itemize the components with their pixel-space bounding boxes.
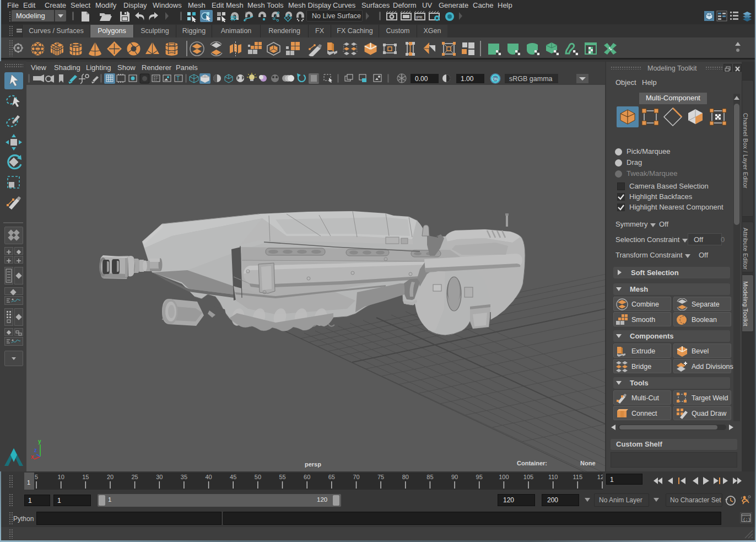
svg-text:0.00: 0.00: [415, 75, 428, 83]
svg-text:10: 10: [58, 474, 64, 480]
svg-text:{;}: {;}: [743, 517, 750, 522]
svg-text:Container:: Container:: [517, 460, 547, 466]
svg-text:95: 95: [476, 474, 483, 480]
svg-text:20: 20: [107, 474, 114, 480]
svg-text:1.00: 1.00: [461, 75, 474, 83]
svg-text:sRGB gamma: sRGB gamma: [509, 75, 553, 83]
svg-text:70: 70: [353, 474, 359, 480]
svg-text:25: 25: [131, 474, 138, 480]
svg-text:None: None: [580, 460, 596, 466]
svg-text:ON: ON: [492, 77, 498, 81]
svg-text:30: 30: [156, 474, 163, 480]
svg-text:5: 5: [35, 474, 38, 480]
svg-text:65: 65: [328, 474, 335, 480]
svg-text:115: 115: [573, 474, 583, 480]
svg-text:T: T: [176, 76, 180, 82]
svg-text:y: y: [38, 438, 41, 444]
svg-text:100: 100: [499, 474, 509, 480]
svg-text:50: 50: [255, 474, 261, 480]
svg-text:persp: persp: [305, 461, 321, 468]
svg-text:85: 85: [426, 474, 433, 480]
svg-text:z: z: [34, 447, 37, 453]
svg-text:75: 75: [377, 474, 384, 480]
svg-text:35: 35: [181, 474, 187, 480]
svg-text:55: 55: [279, 474, 285, 480]
svg-text:110: 110: [548, 474, 558, 480]
svg-text:80: 80: [402, 474, 409, 480]
svg-text:45: 45: [230, 474, 236, 480]
svg-text:105: 105: [523, 474, 533, 480]
svg-text:60: 60: [304, 474, 310, 480]
svg-text:120: 120: [597, 474, 603, 480]
svg-text:x: x: [31, 454, 34, 460]
svg-text:90: 90: [451, 474, 458, 480]
svg-text:15: 15: [82, 474, 89, 480]
svg-text:IPR: IPR: [416, 15, 423, 19]
svg-text:40: 40: [205, 474, 212, 480]
